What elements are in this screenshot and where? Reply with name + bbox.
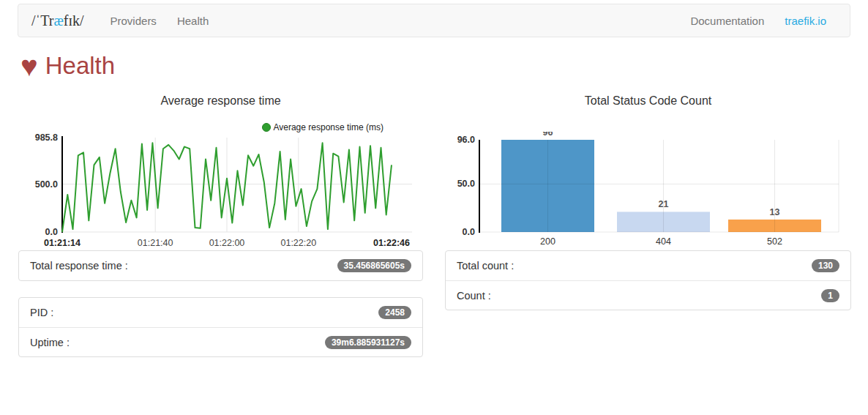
- svg-text:200: 200: [540, 236, 555, 247]
- page-title: Health: [45, 52, 115, 80]
- left-column: Average response time Average response t…: [18, 93, 423, 373]
- nav-item-health[interactable]: Health: [177, 15, 209, 27]
- stat-label: Uptime :: [30, 337, 70, 348]
- svg-text:13: 13: [770, 207, 780, 217]
- stat-row: Count : 1: [446, 280, 850, 310]
- logo-text-post: fɪk/: [64, 12, 84, 29]
- total-count-badge: 130: [812, 259, 839, 272]
- stat-row: Uptime : 39m6.885931127s: [19, 327, 422, 356]
- stat-label: Total response time :: [30, 260, 128, 272]
- stat-row: Total count : 130: [446, 251, 850, 280]
- traefik-logo[interactable]: /ˈTræfɪk/: [31, 12, 84, 29]
- nav-item-documentation[interactable]: Documentation: [690, 15, 764, 27]
- logo-text-ae: æ: [53, 12, 63, 29]
- logo-text-pre: /ˈTr: [31, 12, 53, 29]
- stat-row: PID : 2458: [19, 298, 422, 327]
- svg-text:01:21:40: 01:21:40: [138, 238, 173, 248]
- stat-row: Total response time : 35.456865605s: [19, 251, 422, 280]
- page-header: ♥ Health: [20, 52, 850, 80]
- response-time-line-chart: 0.0500.0985.801:21:1401:21:4001:22:0001:…: [18, 132, 424, 250]
- nav-item-traefik-io[interactable]: traefik.io: [785, 15, 826, 27]
- svg-text:96: 96: [543, 132, 553, 138]
- legend-label: Average response time (ms): [273, 122, 384, 132]
- svg-text:0.0: 0.0: [463, 227, 475, 237]
- pid-badge: 2458: [378, 306, 411, 319]
- svg-text:0.0: 0.0: [45, 227, 58, 237]
- navbar: /ˈTræfɪk/ Providers Health Documentation…: [18, 4, 850, 37]
- stat-label: PID :: [30, 307, 53, 318]
- uptime-badge: 39m6.885931127s: [325, 336, 411, 349]
- svg-text:21: 21: [659, 199, 669, 209]
- count-panel: Total count : 130 Count : 1: [445, 250, 851, 310]
- total-response-time-badge: 35.456865605s: [337, 259, 411, 272]
- svg-text:96.0: 96.0: [457, 135, 475, 145]
- response-time-chart-title: Average response time: [18, 93, 423, 108]
- status-code-chart-title: Total Status Code Count: [445, 93, 851, 108]
- nav-item-providers[interactable]: Providers: [111, 15, 157, 27]
- response-time-legend: Average response time (ms): [262, 122, 384, 132]
- svg-text:01:22:20: 01:22:20: [280, 238, 316, 248]
- svg-text:404: 404: [656, 236, 671, 247]
- svg-text:50.0: 50.0: [457, 179, 475, 189]
- process-info-panel: PID : 2458 Uptime : 39m6.885931127s: [18, 297, 423, 357]
- svg-text:01:22:00: 01:22:00: [209, 238, 245, 248]
- svg-text:502: 502: [767, 236, 782, 247]
- status-code-bar-chart: 9621132004045020.050.096.0: [445, 132, 851, 250]
- svg-text:985.8: 985.8: [35, 132, 58, 143]
- content-row: Average response time Average response t…: [18, 93, 850, 373]
- response-time-chart-card: Average response time Average response t…: [18, 93, 423, 250]
- stat-label: Count :: [457, 290, 491, 302]
- svg-text:01:22:46: 01:22:46: [373, 238, 410, 248]
- svg-text:01:21:14: 01:21:14: [44, 238, 81, 248]
- count-badge: 1: [821, 289, 839, 302]
- legend-dot-icon: [262, 123, 271, 132]
- total-response-time-panel: Total response time : 35.456865605s: [18, 250, 423, 281]
- svg-text:500.0: 500.0: [35, 179, 58, 190]
- right-column: Total Status Code Count 9621132004045020…: [445, 93, 851, 373]
- status-code-chart-card: Total Status Code Count 9621132004045020…: [445, 93, 851, 250]
- heart-icon: ♥: [20, 53, 38, 79]
- stat-label: Total count :: [457, 260, 514, 272]
